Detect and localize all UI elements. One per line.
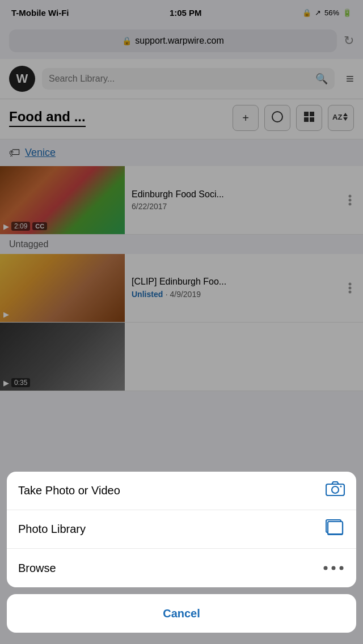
action-sheet-group: Take Photo or Video Photo Library	[7, 472, 356, 587]
svg-point-16	[340, 486, 342, 488]
photo-library-label: Photo Library	[18, 523, 86, 536]
take-photo-label: Take Photo or Video	[18, 484, 120, 497]
svg-point-21	[332, 566, 336, 570]
cancel-button[interactable]: Cancel	[7, 594, 356, 633]
svg-point-22	[340, 566, 344, 570]
take-photo-button[interactable]: Take Photo or Video	[7, 472, 356, 510]
photo-library-button[interactable]: Photo Library	[7, 510, 356, 549]
svg-rect-19	[328, 522, 343, 534]
svg-point-20	[324, 566, 328, 570]
browse-icon	[322, 560, 345, 577]
action-sheet: Take Photo or Video Photo Library	[0, 472, 363, 644]
photo-library-icon	[326, 519, 345, 540]
browse-label: Browse	[18, 562, 56, 575]
camera-icon	[326, 481, 345, 501]
svg-point-15	[332, 486, 339, 493]
browse-button[interactable]: Browse	[7, 549, 356, 587]
cancel-label: Cancel	[163, 607, 200, 620]
